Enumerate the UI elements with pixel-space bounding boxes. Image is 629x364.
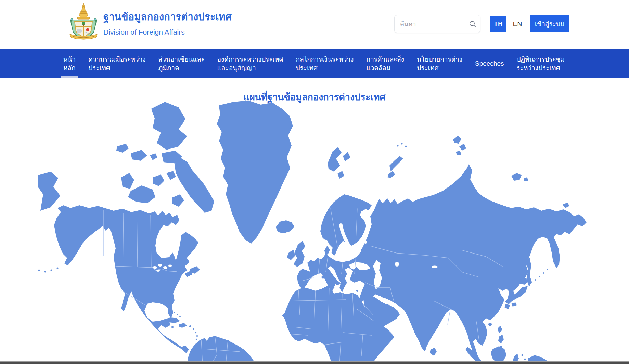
nav-label: การค้าและสิ่ง xyxy=(366,55,404,64)
nav-label: และอนุสัญญา xyxy=(217,64,283,72)
site-subtitle: Division of Foreign Affairs xyxy=(103,28,232,36)
nav-item-trade-environment[interactable]: การค้าและสิ่ง แวดล้อม xyxy=(366,49,404,78)
nav-label: ประเทศ xyxy=(296,64,354,72)
nav-label: ประเทศ xyxy=(417,64,462,72)
nav-label: นโยบายการต่าง xyxy=(417,55,462,64)
nav-label: หน้า xyxy=(63,55,76,64)
search-icon[interactable] xyxy=(465,15,480,32)
language-toggle-th[interactable]: TH xyxy=(490,16,506,32)
search-box xyxy=(394,15,480,33)
nav-label: ระหว่างประเทศ xyxy=(517,64,565,72)
nav-label: ประเทศ xyxy=(88,64,145,72)
nav-label: Speeches xyxy=(475,59,504,68)
nav-label: องค์การระหว่างประเทศ xyxy=(217,55,283,64)
site-title: ฐานข้อมูลกองการต่างประเทศ xyxy=(103,9,232,25)
nav-label: ภูมิภาค xyxy=(158,64,205,72)
header: ฐานข้อมูลกองการต่างประเทศ Division of Fo… xyxy=(0,0,629,49)
brand: ฐานข้อมูลกองการต่างประเทศ Division of Fo… xyxy=(103,9,232,36)
active-tab-underline xyxy=(61,76,78,78)
nav-item-international-cooperation[interactable]: ความร่วมมือระหว่าง ประเทศ xyxy=(88,49,145,78)
nav-item-international-organizations[interactable]: องค์การระหว่างประเทศ และอนุสัญญา xyxy=(217,49,283,78)
nav-label: ความร่วมมือระหว่าง xyxy=(88,55,145,64)
login-button[interactable]: เข้าสู่ระบบ xyxy=(530,15,569,32)
nav-label: กลไกการเงินระหว่าง xyxy=(296,55,354,64)
nav-label: หลัก xyxy=(63,64,76,72)
nav-label: ปฏิทินการประชุม xyxy=(517,55,565,64)
ministry-crest-logo[interactable] xyxy=(68,3,99,41)
search-input[interactable] xyxy=(395,21,465,28)
page-title: แผนที่ฐานข้อมูลกองการต่างประเทศ xyxy=(0,90,629,104)
world-map[interactable] xyxy=(0,96,629,364)
nav-label: ส่วนอาเซียนและ xyxy=(158,55,205,64)
map-landmasses xyxy=(38,101,587,364)
page: ฐานข้อมูลกองการต่างประเทศ Division of Fo… xyxy=(0,0,629,364)
nav-item-home[interactable]: หน้า หลัก xyxy=(63,49,76,78)
nav-item-foreign-policy[interactable]: นโยบายการต่าง ประเทศ xyxy=(417,49,462,78)
bottom-bar xyxy=(0,361,629,364)
nav-label: แวดล้อม xyxy=(366,64,404,72)
nav-item-meetings-calendar[interactable]: ปฏิทินการประชุม ระหว่างประเทศ xyxy=(517,49,565,78)
nav-item-asean-region[interactable]: ส่วนอาเซียนและ ภูมิภาค xyxy=(158,49,205,78)
nav-item-financial-mechanisms[interactable]: กลไกการเงินระหว่าง ประเทศ xyxy=(296,49,354,78)
language-toggle-en[interactable]: EN xyxy=(509,16,526,32)
main-navigation: หน้า หลัก ความร่วมมือระหว่าง ประเทศ ส่วน… xyxy=(0,49,629,78)
nav-item-speeches[interactable]: Speeches xyxy=(475,49,504,78)
